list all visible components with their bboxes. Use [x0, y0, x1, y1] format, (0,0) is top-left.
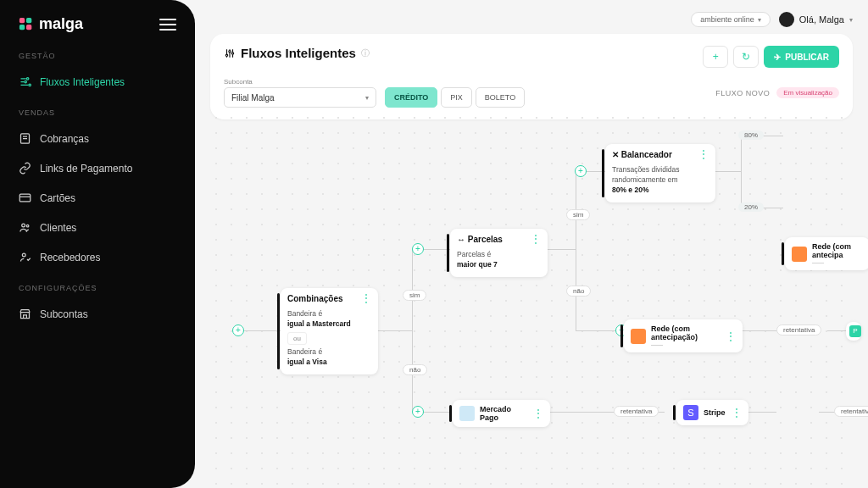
link-icon: [19, 162, 31, 175]
subconta-select[interactable]: Filial Malga▾: [224, 87, 376, 108]
svg-rect-0: [19, 17, 25, 22]
svg-point-12: [225, 54, 227, 56]
sidebar-label: Links de Pagamento: [40, 163, 132, 175]
node-menu-icon[interactable]: ⋮: [698, 149, 709, 159]
tab-credito[interactable]: CRÉDITO: [385, 87, 437, 108]
flow-label: FLUXO NOVO: [715, 89, 770, 97]
pct-80: 80%: [738, 130, 764, 140]
add-node-button[interactable]: +: [412, 243, 424, 255]
environment-selector[interactable]: ambiente online▾: [691, 12, 771, 27]
add-button[interactable]: +: [703, 46, 728, 68]
sidebar-label: Cartões: [40, 192, 75, 204]
svg-rect-3: [26, 25, 31, 30]
svg-rect-1: [26, 17, 31, 22]
sidebar-label: Cobranças: [40, 133, 89, 145]
store-icon: [19, 308, 31, 320]
publish-button[interactable]: ✈PUBLICAR: [764, 46, 839, 68]
svg-rect-2: [19, 25, 25, 30]
svg-point-11: [22, 253, 25, 257]
add-node-button[interactable]: +: [575, 165, 587, 177]
node-provider-p[interactable]: P: [846, 322, 861, 341]
edge-retentativa: retentativa: [614, 406, 659, 417]
sidebar-item-cartoes[interactable]: Cartões: [0, 183, 195, 213]
info-icon[interactable]: ⓘ: [361, 47, 370, 59]
user-menu[interactable]: Olá, Malga▾: [779, 12, 853, 27]
section-config: CONFIGURAÇÕES: [0, 284, 195, 292]
subconta-label: Subconta: [224, 78, 376, 86]
sidebar-label: Recebedores: [40, 252, 100, 263]
edge-sim: sim: [566, 209, 590, 220]
flow-canvas[interactable]: + Combinações⋮ Bandeira éigual a Masterc…: [209, 110, 853, 488]
card-icon: [19, 191, 31, 204]
sidebar-label: Subcontas: [40, 308, 88, 320]
sidebar-item-clientes[interactable]: Clientes: [0, 213, 195, 242]
users-icon: [19, 221, 31, 234]
sidebar: malga GESTÃO Fluxos Inteligentes VENDAS …: [0, 0, 195, 488]
sliders-icon: [224, 47, 236, 59]
tab-boleto[interactable]: BOLETO: [476, 87, 525, 108]
node-rede[interactable]: Rede (com antecipação)—— ⋮: [624, 319, 743, 352]
node-menu-icon[interactable]: ⋮: [361, 293, 371, 303]
receipt-icon: [19, 132, 31, 145]
pct-20: 20%: [738, 202, 764, 212]
header-panel: Fluxos Inteligentes ⓘ + ↻ ✈PUBLICAR Subc…: [210, 34, 853, 119]
sidebar-item-cobrancas[interactable]: Cobranças: [0, 124, 195, 153]
node-parcelas[interactable]: ↔ Parcelas⋮ Parcelas émaior que 7: [450, 229, 548, 277]
node-menu-icon[interactable]: ⋮: [726, 331, 736, 341]
sidebar-label: Clientes: [40, 222, 76, 234]
svg-point-5: [25, 80, 27, 83]
add-node-button[interactable]: +: [412, 406, 424, 418]
logo: malga: [19, 15, 83, 33]
page-title: Fluxos Inteligentes: [241, 46, 356, 60]
svg-rect-8: [19, 194, 31, 202]
sidebar-item-subcontas[interactable]: Subcontas: [0, 299, 195, 329]
edge-retentativa: retentativa: [776, 324, 821, 336]
visualization-badge: Em visualização: [776, 87, 839, 98]
avatar: [779, 12, 794, 27]
sliders-icon: [19, 75, 31, 88]
node-rede-2[interactable]: Rede (com antecipa——: [785, 237, 868, 270]
section-vendas: VENDAS: [0, 108, 195, 117]
svg-point-4: [26, 78, 29, 80]
svg-point-9: [22, 224, 25, 227]
menu-toggle-icon[interactable]: [159, 19, 176, 30]
svg-point-10: [26, 225, 29, 227]
section-gestao: GESTÃO: [0, 52, 195, 60]
edge-nao: não: [566, 286, 591, 297]
sidebar-item-links[interactable]: Links de Pagamento: [0, 153, 195, 183]
node-balanceador[interactable]: ✕ Balanceador⋮ Transações divididasrando…: [605, 144, 715, 202]
refresh-button[interactable]: ↻: [733, 46, 759, 68]
edge-sim: sim: [403, 290, 426, 301]
node-combinacoes[interactable]: Combinações⋮ Bandeira éigual a Mastercar…: [281, 288, 378, 374]
sidebar-label: Fluxos Inteligentes: [40, 76, 125, 88]
node-menu-icon[interactable]: ⋮: [533, 408, 543, 419]
edge-retentativa: retentativa: [834, 406, 868, 417]
svg-point-14: [231, 52, 233, 53]
edge-nao: não: [403, 364, 427, 375]
sidebar-item-recebedores[interactable]: Recebedores: [0, 242, 195, 272]
user-check-icon: [19, 251, 31, 263]
logo-text: malga: [39, 15, 83, 33]
svg-point-6: [29, 84, 31, 86]
node-mercado-pago[interactable]: Mercado Pago ⋮: [453, 400, 550, 427]
node-menu-icon[interactable]: ⋮: [732, 408, 742, 418]
add-node-button[interactable]: +: [232, 324, 244, 336]
sidebar-item-fluxos[interactable]: Fluxos Inteligentes: [0, 67, 195, 97]
node-stripe[interactable]: S Stripe ⋮: [676, 400, 748, 425]
tab-pix[interactable]: PIX: [441, 87, 472, 108]
svg-point-13: [229, 50, 231, 52]
node-menu-icon[interactable]: ⋮: [531, 234, 541, 244]
